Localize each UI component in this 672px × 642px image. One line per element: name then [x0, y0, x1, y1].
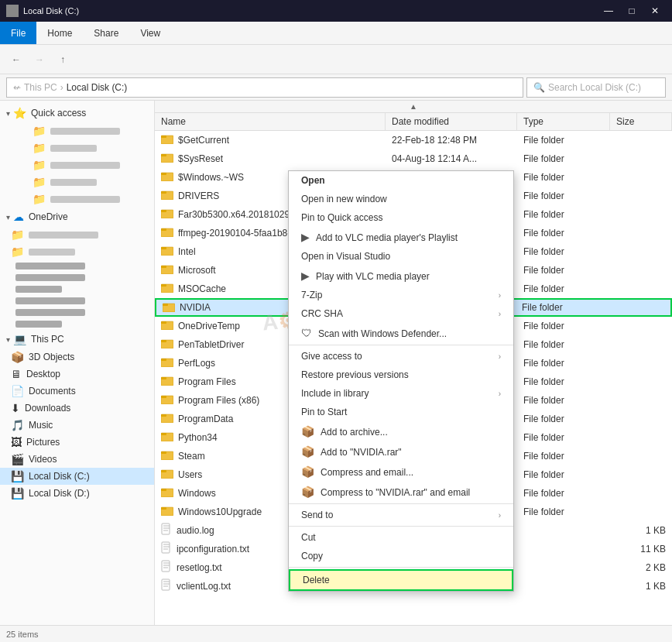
qa1-label [50, 128, 120, 135]
file-name-cell: $SysReset [155, 152, 386, 165]
folder-icon [161, 245, 173, 258]
ctx-menu-item[interactable]: Send to› [289, 506, 513, 524]
sidebar-blurred-4[interactable] [0, 272, 154, 283]
sidebar-item-documents[interactable]: 📄 Documents [0, 383, 154, 400]
ctx-submenu-arrow: › [499, 291, 501, 300]
sidebar-blurred-8[interactable] [0, 318, 154, 330]
ctx-menu-item[interactable]: Delete [289, 569, 513, 591]
table-row[interactable]: $SysReset04-Aug-18 12:14 A...File folder [155, 149, 672, 168]
menu-home[interactable]: Home [36, 22, 83, 44]
sidebar-item-qa-4[interactable]: 📁 [22, 173, 154, 191]
back-button[interactable]: ← [6, 50, 26, 70]
sidebar-item-localc[interactable]: 💾 Local Disk (C:) [0, 468, 154, 485]
ctx-menu-item[interactable]: Include in library› [289, 384, 513, 403]
blurred8-label [15, 321, 62, 328]
sidebar-item-locald[interactable]: 💾 Local Disk (D:) [0, 485, 154, 502]
quick-access-label: Quick access [31, 108, 86, 118]
sidebar-item-3dobjects[interactable]: 📦 3D Objects [0, 348, 154, 366]
sidebar-item-qa-1[interactable]: 📁 [22, 122, 154, 139]
app-icon [6, 5, 19, 17]
ctx-menu-item[interactable]: Give access to› [289, 347, 513, 366]
svg-rect-2 [161, 136, 166, 138]
menu-file[interactable]: File [0, 22, 36, 44]
sort-arrow: ▲ [410, 102, 417, 111]
ctx-menu-item[interactable]: CRC SHA› [289, 304, 513, 323]
file-type-cell: File folder [517, 432, 610, 443]
address-bar: ↚ This PC › Local Disk (C:) 🔍 Search Loc… [0, 74, 672, 101]
table-row[interactable]: $GetCurrent22-Feb-18 12:48 PMFile folder [155, 131, 672, 149]
svg-rect-14 [161, 210, 166, 212]
quick-access-header[interactable]: ▾ ⭐ Quick access [0, 104, 154, 122]
maximize-button[interactable]: □ [621, 0, 643, 22]
col-header-size[interactable]: Size [610, 113, 672, 130]
sidebar-item-downloads[interactable]: ⬇ Downloads [0, 400, 154, 417]
close-button[interactable]: ✕ [644, 0, 666, 22]
search-box[interactable]: 🔍 Search Local Disk (C:) [526, 77, 666, 98]
videos-label: Videos [29, 454, 57, 465]
file-name-text: Program Files [178, 376, 236, 387]
menu-bar: File Home Share View [0, 22, 672, 45]
file-name-text: resetlog.txt [177, 562, 222, 573]
ctx-menu-item[interactable]: ▶Play with VLC media player [289, 266, 513, 286]
qa3-icon: 📁 [33, 159, 46, 171]
window-controls: — □ ✕ [598, 0, 666, 22]
ctx-menu-item[interactable]: 🛡Scan with Windows Defender... [289, 323, 513, 343]
search-placeholder: Search Local Disk (C:) [548, 82, 641, 93]
ctx-item-label: Cut [301, 532, 501, 543]
this-pc-header[interactable]: ▾ 💻 This PC [0, 330, 154, 348]
ctx-menu-item[interactable]: 7-Zip› [289, 286, 513, 304]
ctx-menu-item[interactable]: Restore previous versions [289, 366, 513, 384]
minimize-button[interactable]: — [598, 0, 619, 22]
ctx-menu-item[interactable]: Cut [289, 528, 513, 547]
ctx-menu-item[interactable]: Pin to Start [289, 403, 513, 421]
sidebar-item-desktop[interactable]: 🖥 Desktop [0, 366, 154, 383]
file-type-cell: File folder [517, 209, 610, 220]
file-name-text: PerfLogs [178, 358, 215, 369]
sidebar-item-pictures[interactable]: 🖼 Pictures [0, 434, 154, 451]
sidebar-item-videos[interactable]: 🎬 Videos [0, 451, 154, 468]
onedrive-header[interactable]: ▾ ☁ OneDrive [0, 208, 154, 226]
sidebar-blurred-7[interactable] [0, 307, 154, 318]
col-header-date[interactable]: Date modified [386, 113, 517, 130]
sidebar-blurred-2[interactable]: 📁 [0, 243, 154, 260]
folder-icon [161, 375, 173, 388]
address-box[interactable]: ↚ This PC › Local Disk (C:) [6, 77, 523, 98]
blurred6-label [15, 297, 85, 304]
up-button[interactable]: ↑ [53, 50, 73, 70]
folder-icon [161, 282, 173, 295]
downloads-icon: ⬇ [11, 402, 20, 414]
ctx-menu-item[interactable]: 📦Add to "NVIDIA.rar" [289, 441, 513, 462]
ctx-menu-item[interactable]: Copy [289, 547, 513, 565]
sidebar-blurred-1[interactable]: 📁 [0, 226, 154, 243]
col-header-name[interactable]: Name [155, 113, 386, 130]
forward-button[interactable]: → [29, 50, 50, 70]
ctx-menu-item[interactable]: Open [289, 171, 513, 190]
qa4-icon: 📁 [33, 176, 46, 188]
onedrive-chevron: ▾ [6, 213, 10, 221]
file-type-cell: File folder [517, 283, 610, 294]
ctx-menu-item[interactable]: Open in new window [289, 190, 513, 208]
sidebar-item-qa-2[interactable]: 📁 [22, 139, 154, 156]
ctx-menu-item[interactable]: Open in Visual Studio [289, 247, 513, 266]
ctx-menu-item[interactable]: 📦Compress and email... [289, 462, 513, 482]
file-type-cell: File folder [517, 469, 610, 480]
sidebar-item-qa-5[interactable]: 📁 [22, 191, 154, 208]
sidebar-blurred-3[interactable] [0, 260, 154, 272]
ctx-menu-item[interactable]: Pin to Quick access [289, 208, 513, 227]
col-header-type[interactable]: Type [517, 113, 610, 130]
sidebar-item-qa-3[interactable]: 📁 [22, 156, 154, 173]
ctx-menu-item[interactable]: 📦Compress to "NVIDIA.rar" and email [289, 482, 513, 502]
file-icon [161, 560, 172, 575]
quick-access-chevron: ▾ [6, 109, 10, 118]
sidebar-blurred-5[interactable] [0, 283, 154, 295]
file-type-cell: File folder [517, 506, 610, 517]
file-type-cell: File folder [516, 302, 609, 313]
sidebar-item-music[interactable]: 🎵 Music [0, 417, 154, 434]
file-name-text: $Windows.~WS [178, 172, 244, 183]
menu-view[interactable]: View [129, 22, 171, 44]
sidebar-blurred-6[interactable] [0, 295, 154, 307]
svg-rect-59 [161, 489, 166, 491]
ctx-menu-item[interactable]: ▶Add to VLC media player's Playlist [289, 227, 513, 247]
menu-share[interactable]: Share [83, 22, 129, 44]
ctx-menu-item[interactable]: 📦Add to archive... [289, 421, 513, 441]
